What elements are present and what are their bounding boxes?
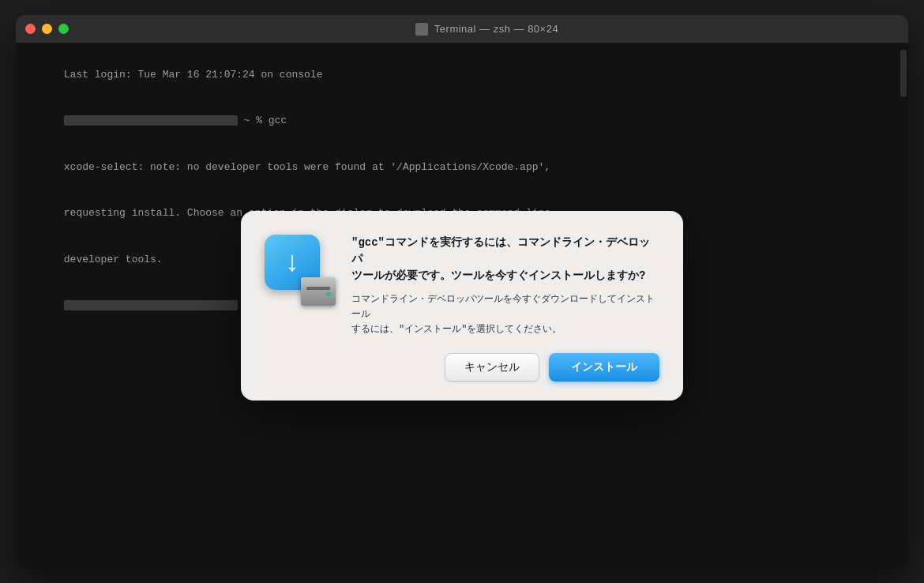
dialog-content: ↓ "gcc"コマンドを実行するには、コマンドライン・デベロッパ ツールが必: [265, 235, 659, 338]
maximize-button[interactable]: [58, 24, 69, 34]
terminal-body[interactable]: Last login: Tue Mar 16 21:07:24 on conso…: [16, 43, 908, 568]
hard-drive-icon: [301, 277, 336, 306]
arrow-down-icon: ↓: [284, 250, 301, 278]
dialog-description: コマンドライン・デベロッパツールを今すぐダウンロードしてインストール するには、…: [351, 292, 659, 338]
window-title: Terminal — zsh — 80×24: [434, 23, 558, 35]
window-icon: [415, 23, 428, 36]
minimize-button[interactable]: [42, 24, 52, 34]
drive-slot: [306, 287, 330, 290]
dialog-icon-wrapper: ↓: [265, 235, 336, 306]
dialog-buttons: キャンセル インストール: [265, 353, 659, 382]
dialog-overlay: ↓ "gcc"コマンドを実行するには、コマンドライン・デベロッパ ツールが必: [16, 43, 908, 568]
drive-light: [326, 292, 331, 296]
dialog-text: "gcc"コマンドを実行するには、コマンドライン・デベロッパ ツールが必要です。…: [351, 235, 659, 338]
dialog-title: "gcc"コマンドを実行するには、コマンドライン・デベロッパ ツールが必要です。…: [351, 235, 659, 284]
close-button[interactable]: [25, 24, 36, 34]
titlebar: Terminal — zsh — 80×24: [16, 15, 908, 43]
install-button[interactable]: インストール: [549, 353, 659, 382]
cancel-button[interactable]: キャンセル: [445, 353, 539, 382]
install-dialog: ↓ "gcc"コマンドを実行するには、コマンドライン・デベロッパ ツールが必: [241, 211, 683, 401]
terminal-window: Terminal — zsh — 80×24 Last login: Tue M…: [16, 15, 908, 568]
